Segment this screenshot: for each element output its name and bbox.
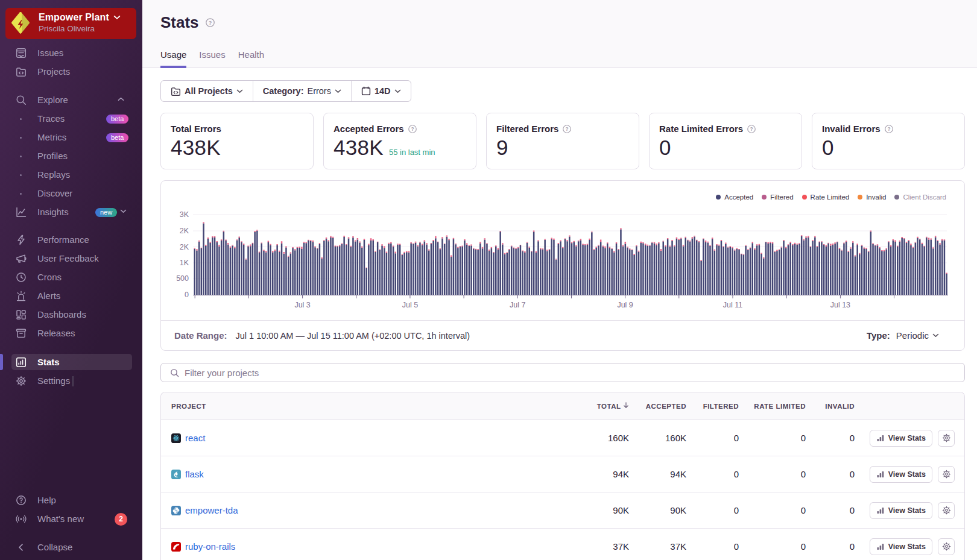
svg-text:Jul 11: Jul 11 [723, 301, 742, 309]
svg-text:?: ? [566, 125, 569, 131]
svg-text:1K: 1K [180, 259, 189, 267]
svg-text:2K: 2K [180, 227, 189, 235]
svg-text:3K: 3K [180, 210, 189, 219]
svg-text:Jul 13: Jul 13 [830, 301, 850, 309]
svg-text:?: ? [750, 125, 753, 131]
svg-text:Jul 7: Jul 7 [510, 301, 525, 309]
svg-text:500: 500 [176, 274, 189, 283]
svg-text:Jul 5: Jul 5 [402, 301, 418, 309]
svg-text:Jul 3: Jul 3 [294, 301, 310, 309]
svg-text:Jul 9: Jul 9 [617, 301, 633, 309]
svg-text:?: ? [411, 125, 414, 131]
svg-text:2K: 2K [180, 243, 189, 251]
svg-text:?: ? [208, 19, 212, 25]
svg-text:0: 0 [185, 291, 189, 299]
svg-text:?: ? [887, 125, 890, 131]
